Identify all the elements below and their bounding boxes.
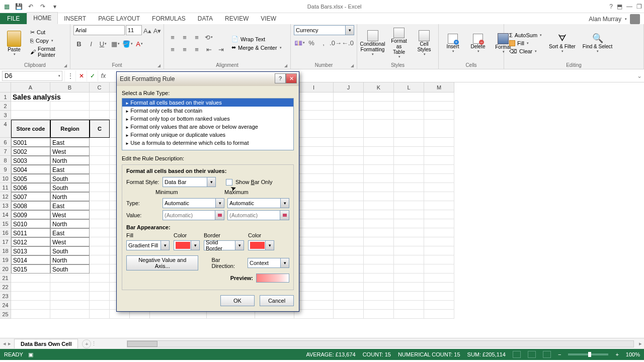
fx-icon[interactable]: fx bbox=[98, 70, 109, 81]
user-name[interactable]: Alan Murray bbox=[589, 16, 621, 23]
column-header[interactable]: B bbox=[50, 82, 90, 93]
sheet-nav-prev-icon[interactable]: ◂ bbox=[3, 340, 6, 347]
name-box-split-icon[interactable]: ⋮ bbox=[64, 70, 75, 81]
scroll-right-icon[interactable]: ▸ bbox=[637, 340, 644, 347]
row-header[interactable]: 7 bbox=[0, 147, 11, 156]
dialog-close-button[interactable]: ✕ bbox=[286, 73, 297, 83]
tab-view[interactable]: VIEW bbox=[255, 13, 282, 24]
rule-type-item[interactable]: Format only top or bottom ranked values bbox=[122, 115, 293, 123]
align-left-icon[interactable]: ≡ bbox=[167, 44, 178, 55]
row-header[interactable]: 13 bbox=[0, 201, 11, 210]
table-cell[interactable]: S005 bbox=[11, 174, 50, 183]
table-header[interactable]: Region bbox=[50, 120, 90, 138]
indent-inc-icon[interactable]: ⇥ bbox=[215, 44, 226, 55]
ok-button[interactable]: OK bbox=[220, 295, 255, 306]
table-cell[interactable]: North bbox=[50, 156, 90, 165]
tab-page-layout[interactable]: PAGE LAYOUT bbox=[92, 13, 146, 24]
fill-color-select[interactable] bbox=[174, 240, 200, 250]
decrease-decimal-icon[interactable]: ←.0 bbox=[342, 37, 353, 48]
row-header[interactable]: 4 bbox=[0, 120, 11, 138]
row-header[interactable]: 18 bbox=[0, 246, 11, 255]
comma-format-icon[interactable]: , bbox=[318, 37, 329, 48]
align-center-icon[interactable]: ≡ bbox=[179, 44, 190, 55]
redo-icon[interactable]: ↷ bbox=[38, 2, 47, 11]
tab-formulas[interactable]: FORMULAS bbox=[146, 13, 192, 24]
save-icon[interactable]: 💾 bbox=[14, 2, 23, 11]
maximize-icon[interactable]: ❐ bbox=[636, 3, 642, 10]
negative-value-axis-button[interactable]: Negative Value and Axis... bbox=[126, 255, 198, 270]
row-header[interactable]: 23 bbox=[0, 292, 11, 301]
sheet-title-cell[interactable]: Sales analysis bbox=[11, 93, 90, 102]
row-header[interactable]: 10 bbox=[0, 174, 11, 183]
table-cell[interactable]: S003 bbox=[11, 156, 50, 165]
rule-type-item[interactable]: Format only values that are above or bel… bbox=[122, 123, 293, 131]
row-header[interactable]: 24 bbox=[0, 301, 11, 310]
row-header[interactable]: 3 bbox=[0, 111, 11, 120]
column-header[interactable]: A bbox=[11, 82, 50, 93]
zoom-level[interactable]: 100% bbox=[626, 351, 640, 357]
align-bottom-icon[interactable]: ≡ bbox=[191, 32, 202, 43]
max-type-select[interactable]: Automatic bbox=[227, 198, 289, 208]
zoom-slider[interactable] bbox=[568, 353, 608, 355]
table-cell[interactable]: North bbox=[50, 219, 90, 228]
orientation-icon[interactable]: ⟲▾ bbox=[203, 32, 214, 43]
table-header[interactable]: Store code bbox=[11, 120, 50, 138]
format-painter-button[interactable]: 🖌 Format Painter bbox=[28, 45, 67, 58]
rule-type-list[interactable]: Format all cells based on their valuesFo… bbox=[122, 98, 294, 150]
table-cell[interactable]: East bbox=[50, 165, 90, 174]
zoom-in-icon[interactable]: + bbox=[615, 351, 618, 357]
find-select-button[interactable]: 🔍Find & Select▾ bbox=[581, 27, 614, 60]
min-value-input[interactable]: (Automatic) bbox=[163, 210, 224, 220]
table-header[interactable]: C bbox=[90, 120, 110, 138]
table-cell[interactable]: South bbox=[50, 264, 90, 274]
user-avatar-icon[interactable] bbox=[630, 14, 640, 24]
page-layout-view-icon[interactable] bbox=[528, 351, 536, 358]
rule-type-item[interactable]: Format only unique or duplicate values bbox=[122, 131, 293, 139]
cell-styles-button[interactable]: Cell Styles▾ bbox=[413, 27, 435, 60]
percent-format-icon[interactable]: % bbox=[306, 37, 317, 48]
dialog-help-button[interactable]: ? bbox=[275, 73, 286, 83]
font-color-button[interactable]: A▾ bbox=[134, 38, 145, 49]
tab-home[interactable]: HOME bbox=[27, 12, 58, 24]
sort-filter-button[interactable]: ᗊSort & Filter▾ bbox=[547, 27, 578, 60]
add-sheet-button[interactable]: + bbox=[82, 339, 91, 348]
dialog-title-bar[interactable]: Edit Formatting Rule ? ✕ bbox=[117, 72, 299, 86]
fill-button[interactable]: Fill▾ bbox=[507, 40, 544, 47]
increase-font-icon[interactable]: A▴ bbox=[143, 25, 152, 36]
table-cell[interactable]: S013 bbox=[11, 246, 50, 255]
italic-button[interactable]: I bbox=[86, 38, 97, 49]
table-cell[interactable]: West bbox=[50, 237, 90, 246]
align-top-icon[interactable]: ≡ bbox=[167, 32, 178, 43]
column-header[interactable]: I bbox=[294, 82, 334, 93]
row-header[interactable]: 16 bbox=[0, 228, 11, 237]
tab-insert[interactable]: INSERT bbox=[58, 13, 92, 24]
border-button[interactable]: ▦▾ bbox=[110, 38, 121, 49]
help-icon[interactable]: ? bbox=[609, 3, 613, 10]
normal-view-icon[interactable] bbox=[513, 351, 521, 358]
paste-button[interactable]: Paste▾ bbox=[3, 27, 25, 60]
table-cell[interactable]: S004 bbox=[11, 165, 50, 174]
number-launcher-icon[interactable]: ◢ bbox=[351, 63, 354, 68]
sheet-nav-next-icon[interactable]: ▸ bbox=[8, 340, 11, 347]
fill-select[interactable]: Gradient Fill bbox=[126, 240, 170, 250]
clipboard-launcher-icon[interactable]: ◢ bbox=[64, 63, 67, 68]
table-cell[interactable]: South bbox=[50, 183, 90, 192]
undo-icon[interactable]: ↶ bbox=[26, 2, 35, 11]
show-bar-only-checkbox[interactable] bbox=[226, 179, 232, 186]
column-header[interactable]: M bbox=[424, 82, 454, 93]
font-launcher-icon[interactable]: ◢ bbox=[157, 63, 160, 68]
column-header[interactable]: K bbox=[364, 82, 394, 93]
format-style-select[interactable]: Data Bar bbox=[163, 177, 216, 187]
formula-expand-icon[interactable]: ⌄ bbox=[635, 72, 644, 79]
row-header[interactable]: 22 bbox=[0, 283, 11, 292]
decrease-font-icon[interactable]: A▾ bbox=[153, 25, 162, 36]
minimize-icon[interactable]: — bbox=[626, 3, 632, 10]
table-cell[interactable]: S011 bbox=[11, 228, 50, 237]
font-name-select[interactable] bbox=[73, 25, 125, 35]
alignment-launcher-icon[interactable]: ◢ bbox=[284, 63, 287, 68]
name-box[interactable]: D6▾ bbox=[2, 71, 62, 81]
sheet-tab[interactable]: Data Bars Own Cell bbox=[14, 339, 78, 348]
row-header[interactable]: 20 bbox=[0, 264, 11, 274]
horizontal-scrollbar[interactable] bbox=[127, 340, 634, 347]
autosum-button[interactable]: Σ AutoSum▾ bbox=[507, 32, 544, 39]
